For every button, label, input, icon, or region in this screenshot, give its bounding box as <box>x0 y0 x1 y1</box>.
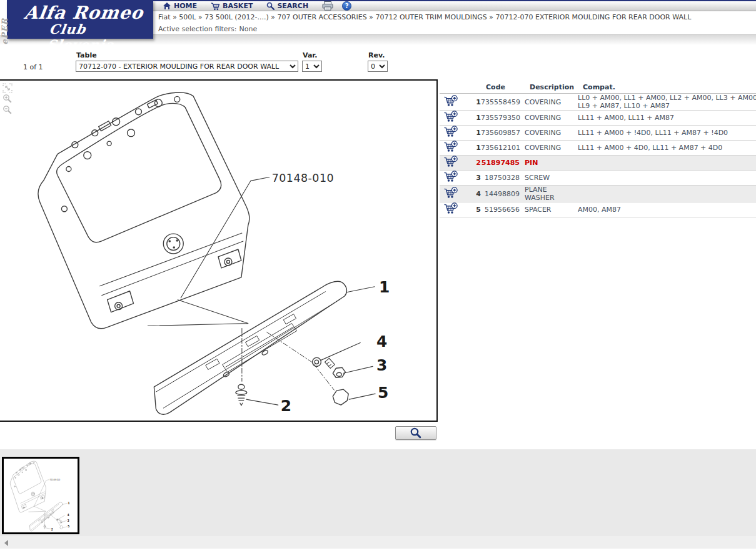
part-qty: 4 <box>472 190 481 198</box>
thumbnail-panel <box>0 449 756 536</box>
part-code[interactable]: 51956656 <box>481 206 520 214</box>
part-compat: AM00, AM87 <box>578 206 756 214</box>
part-compat: LL11 + AM00, LL11 + AM87 <box>578 114 756 122</box>
table-row[interactable]: 3 18750328 SCREW <box>440 171 756 186</box>
part-compat: LL0 + AM00, LL1 + AM00, LL2 + AM00, LL3 … <box>578 94 756 110</box>
part-code[interactable]: 14498809 <box>481 190 520 198</box>
add-to-basket-button[interactable] <box>440 126 472 140</box>
var-label: Var. <box>303 51 317 59</box>
table-row[interactable]: 1 735558459 COVERING LL0 + AM00, LL1 + A… <box>440 94 756 111</box>
header-code: Code <box>481 83 525 91</box>
part-compat: LL11 + AM00 + !4D0, LL11 + AM87 + !4D0 <box>578 129 756 137</box>
parts-diagram-panel: 1 2 3 4 5 70148-010 <box>0 79 438 422</box>
cart-plus-icon <box>443 126 458 138</box>
zoom-in-icon[interactable] <box>3 94 13 106</box>
home-label: HOME <box>174 2 197 10</box>
filters-label: Active selection filters: <box>158 25 237 33</box>
header-description: Description <box>530 83 578 91</box>
add-to-basket-button[interactable] <box>440 111 472 125</box>
part-qty: 1 <box>472 144 481 152</box>
part-description: COVERING <box>525 98 573 106</box>
header-compat: Compat. <box>583 83 756 91</box>
diagram-thumbnail[interactable] <box>2 457 79 534</box>
table-row[interactable]: 2 51897485 PIN <box>440 156 756 171</box>
parts-table-header: Code Description Compat. <box>440 81 756 94</box>
parts-table: Code Description Compat. 1 735558459 <box>440 81 756 217</box>
part-description: COVERING <box>525 144 573 152</box>
table-row[interactable]: 1 735609857 COVERING LL11 + AM00 + !4D0,… <box>440 126 756 141</box>
basket-icon <box>211 2 220 11</box>
cart-plus-icon <box>443 141 458 153</box>
part-qty: 1 <box>472 98 481 106</box>
table-select[interactable]: 70712-070 - EXTERIOR MOULDING FOR REAR D… <box>76 61 298 72</box>
part-description: COVERING <box>525 114 573 122</box>
add-to-basket-button[interactable] <box>440 95 472 109</box>
part-qty: 5 <box>472 206 481 214</box>
rev-label: Rev. <box>368 51 385 59</box>
table-row[interactable]: 4 14498809 PLANE WASHER <box>440 186 756 202</box>
add-to-basket-button[interactable] <box>440 187 472 201</box>
part-description: COVERING <box>525 129 573 137</box>
table-row[interactable]: 1 735612101 COVERING LL11 + AM00 + 4D0, … <box>440 141 756 156</box>
filters-value: None <box>239 25 258 33</box>
part-qty: 3 <box>472 174 481 182</box>
part-code[interactable]: 735579350 <box>481 114 520 122</box>
cart-plus-icon <box>443 111 458 123</box>
add-to-basket-button[interactable] <box>440 202 472 217</box>
var-select[interactable]: 1 <box>302 61 322 72</box>
diagram-search-button[interactable] <box>395 426 436 440</box>
cart-plus-icon <box>443 156 458 168</box>
print-button[interactable] <box>322 1 333 11</box>
horizontal-scrollbar[interactable] <box>0 536 756 549</box>
part-qty: 2 <box>472 159 481 167</box>
cart-plus-icon <box>443 171 458 183</box>
breadcrumb-row: Fiat » 500L » 73 500L (2012-....) » 707 … <box>153 11 756 23</box>
parts-diagram[interactable]: 1 2 3 4 5 70148-010 <box>0 81 436 421</box>
logo-line2: Club Slovenia <box>46 21 155 52</box>
part-description: SCREW <box>525 174 573 182</box>
part-compat: LL11 + AM00 + 4D0, LL11 + AM87 + 4D0 <box>578 144 756 152</box>
search-label: SEARCH <box>277 2 308 10</box>
add-to-basket-button[interactable] <box>440 141 472 155</box>
part-description: PIN <box>525 159 573 167</box>
part-description: SPACER <box>525 206 573 214</box>
basket-button[interactable]: BASKET <box>211 2 253 11</box>
breadcrumb[interactable]: Fiat » 500L » 73 500L (2012-....) » 707 … <box>158 13 691 21</box>
magnifier-icon <box>410 427 421 439</box>
help-button[interactable]: ? <box>342 1 351 11</box>
parts-rows: 1 735558459 COVERING LL0 + AM00, LL1 + A… <box>440 94 756 217</box>
cart-plus-icon <box>443 95 458 107</box>
part-code[interactable]: 735612101 <box>481 144 520 152</box>
cart-plus-icon <box>443 202 458 215</box>
part-code[interactable]: 735609857 <box>481 129 520 137</box>
search-button[interactable]: SEARCH <box>266 2 308 10</box>
logo-line1: Alfa Romeo <box>23 2 145 23</box>
rev-select[interactable]: 0 <box>368 61 388 72</box>
part-code[interactable]: 735558459 <box>481 98 520 106</box>
table-row[interactable]: 1 735579350 COVERING LL11 + AM00, LL11 +… <box>440 111 756 126</box>
basket-label: BASKET <box>223 2 253 10</box>
add-to-basket-button[interactable] <box>440 156 472 170</box>
zoom-out-icon[interactable] <box>3 105 13 117</box>
cart-plus-icon <box>443 187 458 199</box>
toolbar: HOME BASKET SEARCH ? <box>153 0 756 11</box>
header-separator <box>153 34 756 35</box>
scroll-left-arrow-icon[interactable] <box>4 540 8 546</box>
part-qty: 1 <box>472 129 481 137</box>
help-icon: ? <box>342 1 351 11</box>
page-count: 1 of 1 <box>23 63 43 71</box>
part-description: PLANE WASHER <box>525 186 573 202</box>
home-button[interactable]: HOME <box>163 2 197 10</box>
home-icon <box>163 2 171 10</box>
eper-vertical-label: ePER <box>0 20 9 45</box>
filters-row: Active selection filters: None <box>153 23 756 34</box>
part-code[interactable]: 18750328 <box>481 174 520 182</box>
table-row[interactable]: 5 51956656 SPACER AM00, AM87 <box>440 202 756 217</box>
add-to-basket-button[interactable] <box>440 171 472 185</box>
printer-icon <box>322 1 333 11</box>
club-logo: Alfa Romeo Club Slovenia <box>7 0 153 39</box>
part-qty: 1 <box>472 114 481 122</box>
part-code[interactable]: 51897485 <box>481 159 520 167</box>
search-icon <box>266 2 275 10</box>
